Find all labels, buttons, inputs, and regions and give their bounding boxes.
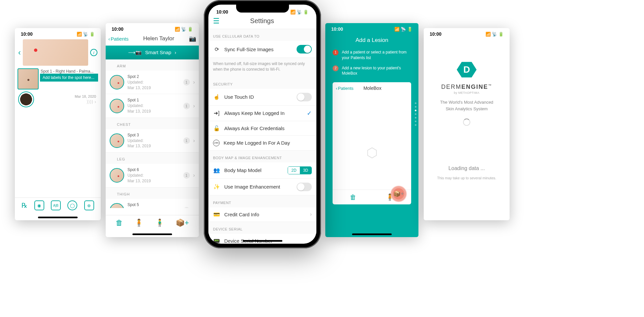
row-sync-images[interactable]: ⟳ Sync Full-Size Images <box>208 41 316 58</box>
person-front-icon[interactable]: 🧍 <box>134 219 143 227</box>
fingerprint-icon: ☝ <box>213 94 220 100</box>
screen-patient-spots: 10:00 📶 📡 🔋 ‹ Patients Helen Taylor 📷 ⟶📷… <box>106 23 199 237</box>
row-logged-in-day[interactable]: 24h Keep Me Logged In For A Day <box>208 136 316 151</box>
spot-thumb-icon[interactable] <box>110 75 124 89</box>
enhance-icon: ✨ <box>213 184 220 190</box>
spot-name: Spot 3 <box>127 132 180 138</box>
add-icon[interactable]: ⊕ <box>84 200 94 210</box>
spot-updated-date: Mar 13, 2019 <box>127 143 180 149</box>
spot-thumb-icon[interactable] <box>110 133 124 148</box>
sync-icon: ⟳ <box>213 46 220 53</box>
nav-bar: ‹ Patients Helen Taylor 📷 <box>106 33 199 46</box>
row-ask-credentials[interactable]: 🔓 Always Ask For Credentials <box>208 121 316 136</box>
step-1: 1 Add a patient or select a patient from… <box>325 48 418 64</box>
status-icons: 📶 📡 🔋 <box>175 27 193 32</box>
clock-24h-icon: 24h <box>213 140 220 146</box>
lesion-image-icon[interactable] <box>18 91 34 107</box>
globe-icon[interactable]: ◯ <box>67 200 77 210</box>
seg-3d[interactable]: 3D <box>300 167 311 174</box>
spot-count-badge: 1 <box>183 207 190 208</box>
spot-row-text: Spot 2Updated:Mar 13, 2019 <box>127 74 180 90</box>
add-lesion-title: Add a Lesion <box>325 33 418 48</box>
brand-tagline: The World's Most Advanced Skin Analytics… <box>424 99 510 112</box>
compare-icon[interactable]: A|B <box>51 200 61 210</box>
lesion-entry[interactable]: Mar 18, 2020 ⟩⟩⟩⟩ › <box>15 89 101 109</box>
home-indicator[interactable] <box>132 233 172 235</box>
spot-row-text: Spot 5Updated:Mar 13, 2019 <box>127 202 180 208</box>
enhance-toggle[interactable] <box>297 183 312 191</box>
touch-id-toggle[interactable] <box>297 93 312 101</box>
section-header: LEG <box>106 153 199 164</box>
spot-thumb-icon[interactable] <box>110 203 124 208</box>
chevron-right-icon: › <box>193 138 195 144</box>
spot-name: Spot 6 <box>127 167 180 173</box>
row-credit-card[interactable]: 💳 Credit Card Info › <box>208 207 316 222</box>
mini-toolbar: 🗑 🧍 📦+ <box>333 190 411 204</box>
spot-thumb-icon[interactable] <box>110 99 124 113</box>
body-map-segment[interactable]: 2D 3D <box>288 166 312 174</box>
spot-toolbar: ℞ ◉ A|B ◯ ⊕ <box>15 197 101 213</box>
home-indicator[interactable] <box>352 233 392 235</box>
spots-list[interactable]: ARMSpot 2Updated:Mar 13, 20191›Spot 1Upd… <box>106 59 199 208</box>
smart-snap-button[interactable]: ⟶📷 Smart Snap › <box>106 46 199 59</box>
mini-molebox-preview: ‹ Patients MoleBox ⬡ 🗑 🧍 📦+ <box>333 82 411 204</box>
status-icons: 📶 📡 🔋 <box>77 32 95 37</box>
person-back-icon[interactable]: 🧍‍♂️ <box>155 219 164 227</box>
camera-burst-icon: ⟶📷 <box>128 50 142 55</box>
spot-thumb-row: Spot 1 - Right Hand - Palma... Add label… <box>15 67 101 89</box>
profile-icon[interactable]: ◉ <box>34 200 44 210</box>
spinner-icon <box>463 119 470 126</box>
status-time: 10:00 <box>331 26 343 32</box>
lesion-thumbnail[interactable] <box>18 68 39 89</box>
spot-row[interactable]: Spot 6Updated:Mar 13, 20191› <box>106 164 199 187</box>
home-indicator[interactable] <box>243 240 282 242</box>
row-device-serial[interactable]: 📟 Device Serial Number <box>208 234 316 244</box>
menu-icon[interactable]: ☰ <box>213 18 220 25</box>
mini-nav: ‹ Patients MoleBox <box>333 82 411 93</box>
spot-row[interactable]: Spot 5Updated:Mar 13, 20191› <box>106 199 199 208</box>
brand-hex-badge: D <box>457 61 477 78</box>
spot-updated-date: Mar 13, 2019 <box>127 109 180 114</box>
row-keep-logged-in[interactable]: ➜] Always Keep Me Logged In ✓ <box>208 106 316 121</box>
page-dots[interactable] <box>415 102 416 126</box>
spot-count-badge: 1 <box>183 137 190 144</box>
chevron-right-icon: ⟩⟩⟩⟩ › <box>37 99 96 104</box>
status-time: 10:00 <box>216 9 228 15</box>
trash-icon[interactable]: 🗑 <box>116 219 123 227</box>
sync-toggle[interactable] <box>297 45 312 53</box>
body-region-image[interactable] <box>23 39 88 66</box>
prescription-icon[interactable]: ℞ <box>21 201 27 209</box>
camera-icon[interactable]: 📷 <box>189 35 196 42</box>
section-bodymap-header: BODY MAP & IMAGE ENHANCEMENT <box>208 151 316 162</box>
spot-title: Spot 1 - Right Hand - Palma... <box>41 69 98 74</box>
mini-back-button[interactable]: ‹ Patients <box>336 86 353 91</box>
spot-row[interactable]: Spot 1Updated:Mar 13, 20191› <box>106 94 199 118</box>
sync-help-text: When turned off, full-size images will b… <box>208 58 316 77</box>
spot-row[interactable]: Spot 2Updated:Mar 13, 20191› <box>106 71 199 94</box>
seg-2d[interactable]: 2D <box>288 167 300 174</box>
spot-updated-label: Updated: <box>127 173 180 178</box>
row-image-enhancement[interactable]: ✨ Use Image Enhancement <box>208 179 316 195</box>
row-touch-id[interactable]: ☝ Use Touch ID <box>208 89 316 106</box>
step-badge-2: 2 <box>333 65 339 71</box>
info-icon[interactable]: i <box>90 49 97 56</box>
add-labels-banner[interactable]: Add labels for the spot here... <box>40 74 98 82</box>
status-time: 10:00 <box>21 31 33 37</box>
spot-thumb-icon[interactable] <box>110 168 124 183</box>
back-button[interactable]: ‹ Patients <box>108 36 128 42</box>
brand-wordmark: DERMENGINE™ <box>424 84 510 90</box>
row-body-map-model[interactable]: 👥 Body Map Model 2D 3D <box>208 162 316 179</box>
back-chevron-icon[interactable]: ‹ <box>18 48 21 57</box>
settings-scroll[interactable]: USE CELLULAR DATA TO ⟳ Sync Full-Size Im… <box>208 29 316 244</box>
step-2: 2 Add a new lesion to your patient's Mol… <box>325 64 418 80</box>
spot-updated-label: Updated: <box>127 80 180 85</box>
step-2-text: Add a new lesion to your patient's MoleB… <box>342 65 413 77</box>
home-indicator[interactable] <box>38 217 78 218</box>
status-time: 10:00 <box>430 31 442 37</box>
add-lesion-fab[interactable]: 📦+ <box>390 185 407 202</box>
add-box-icon[interactable]: 📦+ <box>176 219 189 227</box>
mini-title: MoleBox <box>353 86 391 91</box>
screen-add-lesion: 10:00 📶 📡 🔋 Add a Lesion 1 Add a patient… <box>325 23 418 237</box>
spot-row[interactable]: Spot 3Updated:Mar 13, 20191› <box>106 129 199 153</box>
trash-icon[interactable]: 🗑 <box>350 194 356 201</box>
